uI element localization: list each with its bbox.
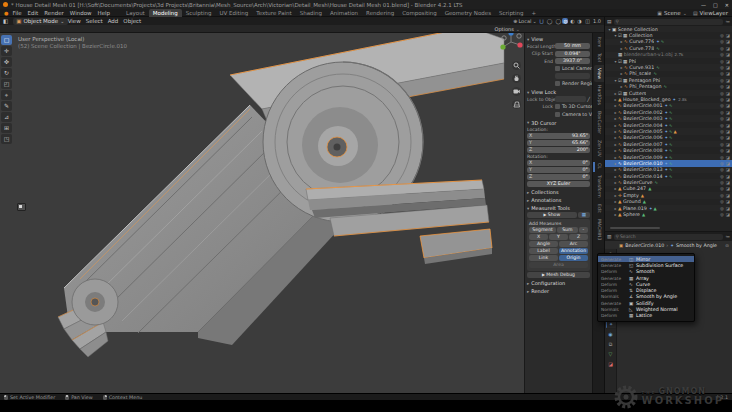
tool-select-box[interactable]: ▢ bbox=[1, 35, 12, 45]
npanel-tab-cl[interactable]: CL bbox=[594, 160, 604, 172]
outliner-display-mode-icon[interactable]: ▤ bbox=[607, 19, 612, 24]
collections-section-header[interactable]: ▸ Collections bbox=[527, 189, 590, 195]
outliner-row-sphere[interactable]: ▸▲Sphere▲◎◪ bbox=[605, 211, 732, 217]
npanel-tab-machin3[interactable]: MACHIN3 bbox=[594, 216, 604, 243]
hide-viewport-icon[interactable]: ◎ bbox=[720, 148, 724, 153]
workspace-tab-scripting[interactable]: Scripting bbox=[495, 9, 527, 17]
menu-edit[interactable]: Edit bbox=[28, 10, 39, 16]
tool-rotate[interactable]: ↻ bbox=[1, 68, 12, 78]
camera-view-icon[interactable] bbox=[512, 87, 521, 96]
filter-icon[interactable]: ≔ bbox=[725, 234, 730, 239]
falloff-value[interactable]: 1.0 bbox=[593, 18, 601, 24]
hide-viewport-icon[interactable]: ◎ bbox=[720, 33, 724, 38]
npanel-tab-hardops[interactable]: HardOps bbox=[594, 82, 604, 108]
workspace-tab-rendering[interactable]: Rendering bbox=[362, 9, 398, 17]
disable-render-icon[interactable]: ◪ bbox=[726, 78, 730, 83]
hide-viewport-icon[interactable]: ◎ bbox=[720, 142, 724, 147]
disable-render-icon[interactable]: ◪ bbox=[726, 193, 730, 198]
properties-tab-constraints[interactable]: ⧉ bbox=[606, 340, 615, 348]
origin-button[interactable]: Origin bbox=[559, 255, 588, 261]
hide-viewport-icon[interactable]: ◎ bbox=[720, 155, 724, 160]
collection-checkbox[interactable]: ☑ bbox=[618, 33, 622, 38]
menu-file[interactable]: File bbox=[12, 10, 21, 16]
hide-viewport-icon[interactable]: ◎ bbox=[720, 116, 724, 121]
render-section-header[interactable]: ▸ Render bbox=[527, 288, 590, 294]
measureit-show-button[interactable]: ▶ Show bbox=[527, 212, 577, 218]
properties-tab-material[interactable]: ◪ bbox=[606, 360, 615, 368]
disable-render-icon[interactable]: ◪ bbox=[726, 84, 730, 89]
menu-help[interactable]: Help bbox=[98, 10, 111, 16]
label-button[interactable]: Label bbox=[529, 248, 558, 254]
model-steps[interactable] bbox=[306, 180, 492, 264]
options-dropdown[interactable]: Options ⌄ bbox=[495, 26, 521, 32]
disable-render-icon[interactable]: ◪ bbox=[726, 33, 730, 38]
overlays-toggle[interactable]: ◫ bbox=[585, 18, 590, 24]
cursor-x-field[interactable]: X93.65" bbox=[527, 133, 590, 139]
menu-render[interactable]: Render bbox=[44, 10, 64, 16]
hide-viewport-icon[interactable]: ◎ bbox=[720, 103, 724, 108]
mode-dropdown[interactable]: ▣ Object Mode ⌄ bbox=[13, 18, 67, 25]
camera-object-field[interactable] bbox=[555, 73, 590, 79]
viewport-menu-select[interactable]: Select bbox=[86, 18, 103, 24]
cursor-y-field[interactable]: Y65.66" bbox=[527, 140, 590, 146]
disable-render-icon[interactable]: ◪ bbox=[726, 59, 730, 64]
snap-toggle[interactable]: ⋃ bbox=[540, 18, 544, 24]
tool-measure[interactable]: ⊿ bbox=[1, 112, 12, 122]
npanel-tab-item[interactable]: Item bbox=[594, 34, 604, 50]
viewport-menu-view[interactable]: View bbox=[68, 18, 81, 24]
hide-viewport-icon[interactable]: ◎ bbox=[720, 174, 724, 179]
camera-to-view-checkbox[interactable] bbox=[555, 112, 560, 117]
disable-render-icon[interactable]: ◪ bbox=[726, 142, 730, 147]
workspace-tab-shading[interactable]: Shading bbox=[296, 9, 326, 17]
disable-render-icon[interactable]: ◪ bbox=[726, 52, 730, 57]
properties-search-input[interactable]: ⚲ Search bbox=[614, 234, 724, 240]
workspace-tab--[interactable]: + bbox=[528, 9, 541, 17]
properties-tab-physics[interactable]: ◉ bbox=[606, 330, 615, 338]
angle-button[interactable]: Angle bbox=[529, 241, 558, 247]
disable-render-icon[interactable]: ◪ bbox=[726, 129, 730, 134]
to-3d-cursor-checkbox[interactable] bbox=[555, 104, 560, 109]
workspace-tab-sculpting[interactable]: Sculpting bbox=[182, 9, 216, 17]
hide-viewport-icon[interactable]: ◎ bbox=[720, 135, 724, 140]
viewport-menu-object[interactable]: Object bbox=[123, 18, 141, 24]
hide-viewport-icon[interactable]: ◎ bbox=[720, 84, 724, 89]
disable-render-icon[interactable]: ◪ bbox=[726, 135, 730, 140]
breadcrumb-item[interactable]: Smooth by Angle bbox=[676, 243, 717, 248]
menu-item-lattice[interactable]: Deform▦Lattice bbox=[598, 313, 694, 319]
hide-viewport-icon[interactable]: ◎ bbox=[720, 129, 724, 134]
shading-solid-icon[interactable]: ◍ bbox=[562, 18, 568, 24]
disable-render-icon[interactable]: ◪ bbox=[726, 148, 730, 153]
cursor-ry-field[interactable]: Y0° bbox=[527, 167, 590, 173]
configuration-section-header[interactable]: ▸ Configuration bbox=[527, 280, 590, 286]
maximize-button[interactable]: □ bbox=[713, 2, 718, 8]
hide-viewport-icon[interactable]: ◎ bbox=[720, 186, 724, 191]
perspective-toggle-icon[interactable] bbox=[512, 100, 521, 109]
workspace-tab-compositing[interactable]: Compositing bbox=[398, 9, 440, 17]
hide-viewport-icon[interactable]: ◎ bbox=[720, 39, 724, 44]
clip-end-field[interactable]: 3937.0" bbox=[555, 58, 590, 64]
breadcrumb-object[interactable]: BezierCircle.010 bbox=[625, 243, 664, 248]
hide-viewport-icon[interactable]: ◎ bbox=[720, 193, 724, 198]
cursor-section-header[interactable]: ▾ 3D Cursor bbox=[527, 120, 590, 126]
disable-render-icon[interactable]: ◪ bbox=[726, 167, 730, 172]
axis-x-button[interactable]: X bbox=[529, 234, 548, 240]
npanel-tab-edit[interactable]: Edit bbox=[594, 201, 604, 216]
hide-viewport-icon[interactable]: ◎ bbox=[720, 161, 724, 166]
hide-viewport-icon[interactable]: ◎ bbox=[720, 78, 724, 83]
shading-rendered-icon[interactable]: ◑ bbox=[576, 18, 582, 24]
local-camera-checkbox[interactable] bbox=[555, 66, 560, 71]
collection-checkbox[interactable]: ☑ bbox=[618, 78, 622, 83]
area-button[interactable]: Area bbox=[529, 262, 588, 268]
hide-viewport-icon[interactable]: ◎ bbox=[720, 52, 724, 57]
properties-tab-object-data[interactable]: ▽ bbox=[606, 350, 615, 358]
hide-viewport-icon[interactable]: ◎ bbox=[720, 71, 724, 76]
hide-viewport-icon[interactable]: ◎ bbox=[720, 91, 724, 96]
disable-render-icon[interactable]: ◪ bbox=[726, 155, 730, 160]
cursor-rz-field[interactable]: Z0° bbox=[527, 174, 590, 180]
workspace-tab-animation[interactable]: Animation bbox=[326, 9, 362, 17]
render-region-checkbox[interactable] bbox=[555, 81, 560, 86]
viewport-menu-add[interactable]: Add bbox=[108, 18, 119, 24]
shading-wireframe-icon[interactable]: ◯ bbox=[555, 18, 561, 24]
editor-type-icon[interactable]: ◧ bbox=[3, 18, 8, 24]
tool-cursor[interactable]: ✛ bbox=[1, 46, 12, 56]
